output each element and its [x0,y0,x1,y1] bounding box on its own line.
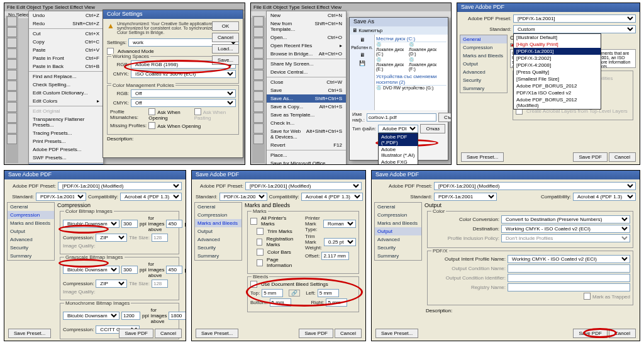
output-intent-select[interactable]: Working CMYK - ISO Coated v2 (ECI) [508,255,630,263]
color-settings-title: Color Settings [103,10,243,19]
use-doc-bleed-check[interactable]: Use Document Bleed Settings [250,281,356,288]
color-compression-select[interactable]: ZIP [96,234,127,242]
cmyk-select[interactable]: ISO Coated v2 300% (ECI) [131,70,236,78]
panel-output: Save Adobe PDF Adobe PDF Preset:[PDF/X-1… [371,170,640,341]
ai-tools-left[interactable] [252,16,265,163]
panel-compression: Save Adobe PDF Adobe PDF Preset:[PDF/X-1… [4,170,186,341]
cancel-button[interactable]: Cancel [609,152,636,162]
bleed-right[interactable] [326,298,347,307]
panel-marks-bleeds: Save Adobe PDF Adobe PDF Preset:[PDF/X-1… [191,170,366,341]
ai-tools-left[interactable] [6,16,18,163]
edit-menu-dropdown[interactable]: UndoCtrl+Z RedoShift+Ctrl+Z CutCtrl+X Co… [28,11,104,165]
link-icon[interactable]: 🔗 [289,290,300,297]
section-list[interactable]: General Compression Marks and Bleeds Out… [460,35,508,93]
ok-button[interactable]: OK [212,21,239,31]
save-button[interactable]: Съхрани [438,113,452,122]
section-list[interactable]: General Compression Marks and Bleeds Out… [7,202,55,261]
file-menu-dropdown[interactable]: NewCtrl+N New from Template...Shift+Ctrl… [266,11,347,165]
section-list[interactable]: General Compression Marks and Bleeds Out… [194,202,242,261]
gray-compression-select[interactable]: ZIP [96,280,127,288]
panel-color-settings: File Edit Object Type Select Effect View… [4,3,245,165]
save-pdf-button[interactable]: Save PDF [573,329,607,338]
bleed-top[interactable] [262,289,283,297]
file-save-as-item: Save As...Shift+Ctrl+S [267,94,346,103]
bleed-left[interactable] [318,289,339,297]
load-button[interactable]: Load... [212,44,239,54]
section-list[interactable]: General Compression Marks and Bleeds Out… [374,202,422,261]
places-pane[interactable]: 🖥 Работен п. 🖥 💾 [350,35,375,110]
standard-select[interactable]: Custom [513,25,636,33]
save-as-dialog: Save As 🖥 Компютър 🖥 Работен п. 🖥 💾 Мест… [349,17,448,161]
save-button[interactable]: Save... [212,55,239,65]
preset-dropdown-list[interactable]: [Illustrator Default] [High Quality Prin… [513,33,601,110]
panel-save-as: File Edit Object Type Select Effect View… [250,3,452,165]
filetype-list[interactable]: Adobe PDF (*.PDF) Adobe Illustrator (*.A… [378,133,418,165]
filename-input[interactable] [367,113,436,122]
bleed-bottom[interactable] [270,298,291,307]
save-pdf-button[interactable]: Save PDF [573,152,607,162]
edit-color-settings-item: Color Settings...Shift+Ctrl+K [29,164,103,165]
file-area[interactable]: Местни диск (C:) 💿Локален диск (C:) 💿Лок… [375,35,448,110]
save-preset-button[interactable]: Save Preset... [461,152,504,162]
cancel-button[interactable]: Cancel [212,33,239,42]
filetype-select[interactable]: Adobe PDF (*.PDF) [378,125,418,133]
preset-select[interactable]: [PDF/X-1a:2001] [513,14,636,23]
warn-icon: ▲ [107,21,114,35]
cancel-button[interactable]: Отказ [420,124,445,133]
panel-general: Save Adobe PDF Adobe PDF Preset:[PDF/X-1… [457,3,640,165]
color-settings-dialog: Color Settings ▲ Unsynchronized: Your Cr… [103,9,243,158]
destination-select[interactable]: Working CMYK - ISO Coated v2 (ECI) [501,225,630,233]
